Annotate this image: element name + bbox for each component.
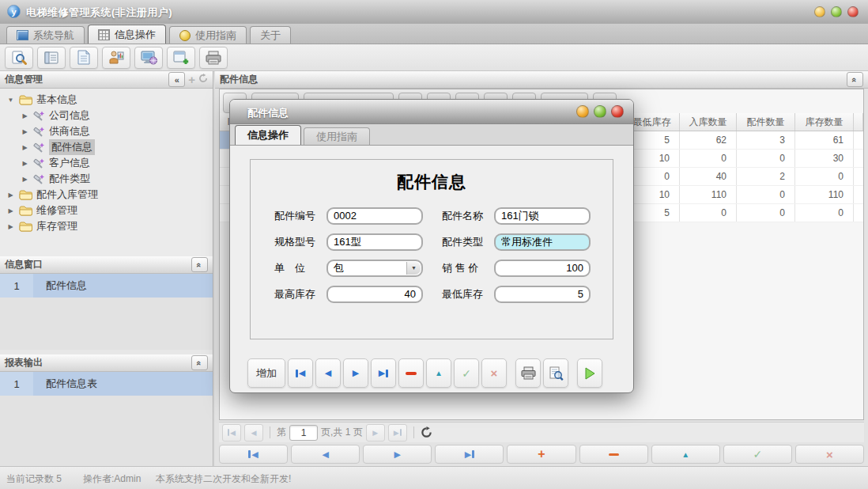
grid-prev-button[interactable]: ◀ bbox=[291, 445, 360, 464]
nav-first-button[interactable]: ◀ bbox=[288, 358, 313, 388]
tree-item-parts-inbound[interactable]: ▶ 配件入库管理 bbox=[0, 187, 213, 203]
edit-record-button[interactable]: ▲ bbox=[426, 358, 451, 388]
list-item[interactable]: 1 配件信息 bbox=[0, 274, 213, 298]
part-type-field[interactable] bbox=[494, 233, 591, 251]
collapse-left-button[interactable]: « bbox=[168, 72, 185, 87]
tree-item-basic-info[interactable]: ▼ 基本信息 bbox=[0, 92, 213, 108]
cell-part-qty[interactable]: 3 bbox=[737, 131, 795, 149]
grid-last-button[interactable]: ▶ bbox=[435, 445, 504, 464]
add-icon[interactable]: + bbox=[188, 73, 195, 86]
page-number-input[interactable] bbox=[289, 425, 318, 441]
tree-item-supplier-info[interactable]: ▶ 供商信息 bbox=[0, 123, 213, 139]
cell-stock-qty[interactable]: 0 bbox=[795, 168, 854, 185]
unit-select[interactable]: 包 ▼ bbox=[326, 260, 423, 277]
nav-next-button[interactable]: ▶ bbox=[343, 358, 368, 388]
grid-first-button[interactable]: ◀ bbox=[219, 445, 288, 464]
chevron-right-icon[interactable]: ▶ bbox=[6, 223, 15, 230]
max-stock-field[interactable] bbox=[326, 286, 423, 303]
run-report-button[interactable] bbox=[577, 358, 602, 388]
cell-part-qty[interactable]: 0 bbox=[737, 186, 795, 203]
collapse-up-icon[interactable]: « bbox=[191, 355, 208, 370]
pager-first-button[interactable]: ◀ bbox=[222, 424, 241, 442]
chevron-right-icon[interactable]: ▶ bbox=[21, 176, 29, 183]
chevron-right-icon[interactable]: ▶ bbox=[21, 144, 29, 151]
grid-add-button[interactable]: + bbox=[507, 445, 576, 464]
data-list-button[interactable] bbox=[37, 47, 66, 69]
chevron-right-icon[interactable]: ▶ bbox=[6, 191, 15, 199]
dialog-maximize-button[interactable] bbox=[594, 105, 606, 118]
add-record-button[interactable]: 增加 bbox=[247, 358, 285, 388]
dialog-minimize-button[interactable] bbox=[576, 105, 589, 118]
spec-model-field[interactable] bbox=[326, 233, 423, 251]
min-stock-field[interactable] bbox=[494, 286, 591, 303]
operator-report-button[interactable] bbox=[102, 47, 130, 69]
dialog-print-button[interactable] bbox=[515, 358, 541, 388]
nav-prev-button[interactable]: ◀ bbox=[315, 358, 341, 388]
print-preview-button[interactable] bbox=[543, 358, 568, 388]
tree-item-inventory[interactable]: ▶ 库存管理 bbox=[0, 218, 213, 234]
chevron-right-icon[interactable]: ▶ bbox=[21, 128, 29, 135]
chevron-right-icon[interactable]: ▶ bbox=[6, 207, 15, 214]
cell-stock-qty[interactable]: 61 bbox=[795, 131, 854, 149]
list-item[interactable]: 1 配件信息表 bbox=[0, 372, 213, 396]
chevron-down-icon[interactable]: ▼ bbox=[6, 97, 15, 104]
tree-item-customer-info[interactable]: ▶ 客户信息 bbox=[0, 155, 213, 171]
pager-next-button[interactable]: ▶ bbox=[366, 424, 385, 442]
grid-next-button[interactable]: ▶ bbox=[363, 445, 432, 464]
chevron-right-icon[interactable]: ▶ bbox=[21, 112, 29, 119]
cell-part-qty[interactable]: 0 bbox=[737, 150, 795, 167]
collapse-up-icon[interactable]: « bbox=[191, 257, 208, 272]
part-no-field[interactable] bbox=[326, 207, 423, 225]
remote-monitor-button[interactable] bbox=[134, 47, 163, 69]
dialog-close-button[interactable] bbox=[611, 105, 624, 118]
cell-part-qty[interactable]: 0 bbox=[737, 204, 795, 222]
pager-refresh-button[interactable] bbox=[421, 426, 432, 438]
dialog-tab-user-guide[interactable]: 使用指南 bbox=[304, 127, 370, 145]
window-maximize-button[interactable] bbox=[831, 6, 842, 17]
cell-stock-qty[interactable]: 110 bbox=[795, 186, 854, 203]
dropdown-arrow-icon[interactable]: ▼ bbox=[406, 262, 421, 275]
dialog-titlebar[interactable]: 配件信息 bbox=[230, 100, 633, 124]
print-button[interactable] bbox=[199, 47, 228, 69]
tree-item-maintenance[interactable]: ▶ 维修管理 bbox=[0, 203, 213, 218]
pager-last-button[interactable]: ▶ bbox=[388, 424, 407, 442]
part-name-field[interactable] bbox=[494, 207, 591, 225]
col-header-part-qty[interactable]: 配件数量 bbox=[737, 113, 795, 131]
confirm-button[interactable]: ✓ bbox=[454, 358, 479, 388]
sale-price-field[interactable] bbox=[494, 260, 591, 277]
cell-stock-qty[interactable]: 30 bbox=[795, 150, 854, 167]
col-header-inbound-qty[interactable]: 入库数量 bbox=[680, 113, 737, 131]
grid-remove-button[interactable] bbox=[579, 445, 648, 464]
cell-inbound-qty[interactable]: 110 bbox=[680, 186, 737, 203]
cell-part-qty[interactable]: 2 bbox=[737, 168, 795, 185]
tab-about[interactable]: 关于 bbox=[250, 26, 291, 44]
grid-cancel-button[interactable]: × bbox=[795, 445, 864, 464]
cell-stock-qty[interactable]: 0 bbox=[795, 204, 854, 222]
tab-system-nav[interactable]: 系统导航 bbox=[6, 26, 85, 44]
tree-item-parts-type[interactable]: ▶ 配件类型 bbox=[0, 171, 213, 187]
chevron-right-icon[interactable]: ▶ bbox=[21, 160, 29, 167]
nav-last-button[interactable]: ▶ bbox=[371, 358, 396, 388]
cell-inbound-qty[interactable]: 62 bbox=[680, 131, 737, 149]
search-view-button[interactable] bbox=[5, 47, 33, 69]
pager-prev-button[interactable]: ◀ bbox=[244, 424, 263, 442]
new-window-button[interactable] bbox=[167, 47, 195, 69]
cell-inbound-qty[interactable]: 40 bbox=[680, 168, 737, 185]
cancel-button[interactable]: × bbox=[481, 358, 507, 388]
cell-inbound-qty[interactable]: 0 bbox=[680, 204, 737, 222]
cell-inbound-qty[interactable]: 0 bbox=[680, 150, 737, 167]
tab-user-guide[interactable]: 使用指南 bbox=[169, 26, 247, 44]
dialog-tab-info-ops[interactable]: 信息操作 bbox=[235, 125, 301, 145]
document-button[interactable] bbox=[70, 47, 98, 69]
grid-edit-button[interactable]: ▲ bbox=[651, 445, 720, 464]
refresh-icon[interactable] bbox=[198, 74, 208, 85]
collapse-up-icon[interactable]: « bbox=[847, 72, 863, 87]
window-minimize-button[interactable] bbox=[814, 6, 825, 17]
tree-item-parts-info[interactable]: ▶ 配件信息 bbox=[0, 139, 213, 155]
col-header-stock-qty[interactable]: 库存数量 bbox=[795, 113, 854, 131]
tree-item-company-info[interactable]: ▶ 公司信息 bbox=[0, 108, 213, 123]
delete-record-button[interactable] bbox=[398, 358, 424, 388]
grid-confirm-button[interactable]: ✓ bbox=[723, 445, 792, 464]
tab-info-ops[interactable]: 信息操作 bbox=[88, 25, 166, 44]
window-close-button[interactable] bbox=[847, 6, 859, 17]
